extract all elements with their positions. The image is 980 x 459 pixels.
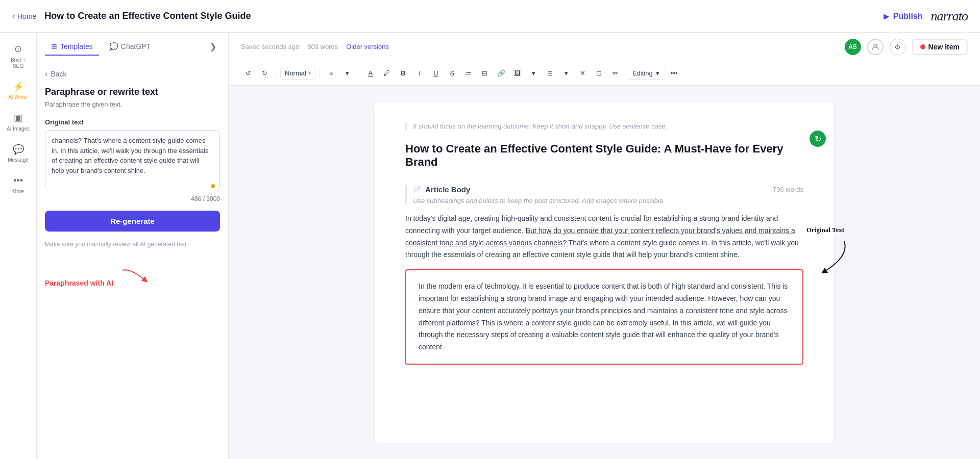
templates-panel: ⊞ Templates 💭 ChatGPT ❯ Back Paraphrase … <box>37 33 229 459</box>
article-body-header: 📄 Article Body 796 words <box>413 185 803 194</box>
sidebar-item-more[interactable]: ••• More <box>2 170 35 200</box>
format-chevron-icon: ▾ <box>308 70 311 76</box>
more-icon: ••• <box>13 175 23 187</box>
orange-dot-indicator <box>211 184 215 188</box>
sidebar-item-ai-writer[interactable]: ⚡ AI Writer <box>2 76 35 106</box>
home-link[interactable]: Home <box>12 11 36 21</box>
avatar-outline[interactable] <box>867 39 884 55</box>
text-area-wrapper: channels? That's where a content style g… <box>45 130 220 193</box>
word-count: 809 words <box>307 43 338 50</box>
bullet-list-button[interactable]: ≔ <box>461 66 476 81</box>
back-button[interactable]: Back <box>45 69 220 79</box>
article-body-hint: Use subheadings and bullets to keep the … <box>413 197 803 205</box>
sidebar-item-message[interactable]: 💬 Message <box>2 139 35 169</box>
toolbar-divider-1 <box>276 68 276 79</box>
italic-button[interactable]: I <box>412 66 427 81</box>
topbar-right: AS ⚙ New Item <box>845 39 968 55</box>
original-text-input[interactable]: channels? That's where a content style g… <box>45 130 220 191</box>
logo: narrato <box>931 9 968 24</box>
highlight-button[interactable]: 🖊 <box>380 66 394 81</box>
template-description: Paraphrase the given text. <box>45 100 220 108</box>
sidebar-item-ai-images[interactable]: ▣ AI Images <box>2 108 35 137</box>
paraphrase-arrow-icon <box>120 265 151 288</box>
settings-icon[interactable]: ⚙ <box>890 39 906 55</box>
pencil-button[interactable]: ✏ <box>608 66 623 81</box>
align-button[interactable]: ≡ <box>324 66 338 81</box>
editing-chevron-icon: ▾ <box>656 69 659 77</box>
title-placeholder-hint: It should focus on the learning outcome.… <box>405 122 803 130</box>
article-title[interactable]: How to Create an Effective Content Style… <box>405 142 803 169</box>
clear-format-button[interactable]: ✕ <box>576 66 590 81</box>
panel-collapse-button[interactable]: ❯ <box>206 40 220 54</box>
top-header: Home How to Create an Effective Content … <box>0 0 980 33</box>
new-item-button[interactable]: New Item <box>912 39 968 55</box>
brief-seo-icon: ⊙ <box>14 44 22 55</box>
save-status: Saved seconds ago <box>241 43 299 50</box>
template-title: Paraphrase or rewrite text <box>45 87 220 97</box>
article-body-section: 📄 Article Body 796 words Use subheadings… <box>405 185 803 205</box>
table-button[interactable]: ⊞ <box>543 66 557 81</box>
tab-chatgpt[interactable]: 💭 ChatGPT <box>103 38 157 56</box>
more-menu-button[interactable]: ••• <box>667 66 681 81</box>
article-body-icon: 📄 <box>413 186 421 193</box>
underline-button[interactable]: U <box>429 66 443 81</box>
char-count: 486 / 3000 <box>45 195 220 202</box>
bold-button[interactable]: B <box>396 66 410 81</box>
original-text-arrow <box>814 236 854 277</box>
align-chevron-button[interactable]: ▾ <box>340 66 355 81</box>
message-icon: 💬 <box>13 144 24 156</box>
field-label: Original text <box>45 118 220 126</box>
text-color-button[interactable]: A <box>363 66 378 81</box>
undo-button[interactable]: ↺ <box>241 66 255 81</box>
paraphrase-annotation-area: Paraphrased with AI <box>45 265 220 288</box>
article-body-text-1[interactable]: In today's digital age, creating high-qu… <box>405 213 803 261</box>
older-versions-link[interactable]: Older versions <box>346 43 389 50</box>
editor-area: Saved seconds ago 809 words Older versio… <box>229 33 980 459</box>
article-body-title: 📄 Article Body <box>413 185 470 194</box>
editor-content: It should focus on the learning outcome.… <box>229 86 980 459</box>
table-chevron[interactable]: ▾ <box>559 66 574 81</box>
main-layout: ⊙ Brief + SEO ⚡ AI Writer ▣ AI Images 💬 … <box>0 33 980 459</box>
editor-toolbar: ↺ ↻ Normal ▾ ≡ ▾ A 🖊 B I U S ≔ ⊟ 🔗 🖼 ▾ ⊞… <box>229 61 980 86</box>
ai-disclaimer: Make sure you manually review all AI gen… <box>45 240 220 249</box>
paraphrased-text-box[interactable]: In the modern era of technology, it is e… <box>405 269 803 365</box>
editing-dropdown[interactable]: Editing ▾ <box>627 67 665 80</box>
editor-inner: It should focus on the learning outcome.… <box>375 102 834 443</box>
doc-title: How to Create an Effective Content Style… <box>44 11 251 21</box>
header-right: Publish narrato <box>884 9 968 24</box>
paraphrase-annotation-label: Paraphrased with AI <box>45 279 113 287</box>
redo-button[interactable]: ↻ <box>257 66 272 81</box>
templates-tab-icon: ⊞ <box>51 42 57 50</box>
refresh-button[interactable]: ↻ <box>810 131 826 147</box>
icon-sidebar: ⊙ Brief + SEO ⚡ AI Writer ▣ AI Images 💬 … <box>0 33 37 459</box>
editor-topbar: Saved seconds ago 809 words Older versio… <box>229 33 980 61</box>
tab-templates[interactable]: ⊞ Templates <box>45 38 99 56</box>
ai-writer-icon: ⚡ <box>13 82 24 93</box>
sidebar-item-brief-seo[interactable]: ⊙ Brief + SEO <box>2 39 35 74</box>
red-dot-indicator <box>920 44 925 49</box>
chatgpt-tab-icon: 💭 <box>109 42 118 50</box>
toolbar-divider-2 <box>320 68 320 79</box>
ai-images-icon: ▣ <box>14 113 22 124</box>
regenerate-button[interactable]: Re-generate <box>45 211 220 232</box>
link-button[interactable]: 🔗 <box>494 66 508 81</box>
image-button[interactable]: 🖼 <box>510 66 525 81</box>
panel-tabs: ⊞ Templates 💭 ChatGPT ❯ <box>37 33 228 61</box>
format-select[interactable]: Normal ▾ <box>280 67 315 80</box>
article-body-wordcount: 796 words <box>773 186 803 193</box>
original-text-annotation: Original Text <box>806 226 844 234</box>
strikethrough-button[interactable]: S <box>445 66 459 81</box>
header-left: Home How to Create an Effective Content … <box>12 11 251 21</box>
image-chevron[interactable]: ▾ <box>527 66 541 81</box>
toolbar-divider-3 <box>359 68 359 79</box>
panel-content: Back Paraphrase or rewrite text Paraphra… <box>37 61 228 459</box>
user-avatar: AS <box>845 39 861 55</box>
ordered-list-button[interactable]: ⊟ <box>478 66 492 81</box>
publish-button[interactable]: Publish <box>884 12 923 21</box>
more-options-button[interactable]: ⊡ <box>592 66 606 81</box>
